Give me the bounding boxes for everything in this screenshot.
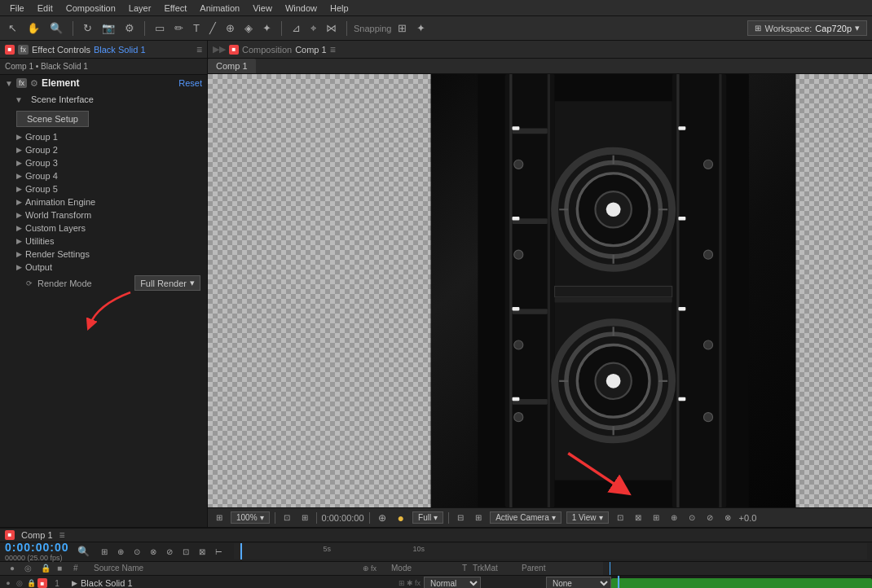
svg-rect-38 xyxy=(554,298,672,303)
menu-edit[interactable]: Edit xyxy=(31,2,59,15)
view-icon1[interactable]: ⊡ xyxy=(614,511,627,524)
animation-engine-label: Animation Engine xyxy=(25,197,95,207)
breadcrumb-text: Comp 1 • Black Solid 1 xyxy=(5,62,88,71)
svg-rect-45 xyxy=(512,307,519,310)
eraser-tool[interactable]: ◈ xyxy=(241,20,256,36)
utilities-item[interactable]: ▶ Utilities xyxy=(10,235,207,248)
comp-tab-comp1[interactable]: Comp 1 xyxy=(208,59,256,73)
text-tool[interactable]: T xyxy=(190,20,203,36)
workspace-dropdown-icon: ▾ xyxy=(855,23,860,33)
menu-window[interactable]: Window xyxy=(279,2,324,15)
tl-icon6[interactable]: ⊡ xyxy=(179,546,192,558)
menu-animation[interactable]: Animation xyxy=(193,2,246,15)
render-settings-item[interactable]: ▶ Render Settings xyxy=(10,248,207,261)
checkerboard-btn[interactable]: ⊞ xyxy=(472,511,485,524)
menu-file[interactable]: File xyxy=(3,2,31,15)
view-icon6[interactable]: ⊘ xyxy=(703,511,716,524)
custom-layers-item[interactable]: ▶ Custom Layers xyxy=(10,222,207,235)
view-icon7[interactable]: ⊗ xyxy=(721,511,734,524)
group4-item[interactable]: ▶ Group 4 xyxy=(10,169,207,182)
world-transform-item[interactable]: ▶ World Transform xyxy=(10,208,207,222)
output-item[interactable]: ▶ Output xyxy=(10,261,207,274)
scene-setup-button[interactable]: Scene Setup xyxy=(16,111,89,127)
camera-dropdown[interactable]: Active Camera ▾ xyxy=(490,511,562,524)
quality-dropdown[interactable]: Full ▾ xyxy=(412,511,443,524)
layer-icon-fx[interactable]: ✱ xyxy=(407,579,413,587)
menu-view[interactable]: View xyxy=(246,2,279,15)
brush-tool[interactable]: ╱ xyxy=(206,20,219,36)
selection-tool[interactable]: ↖ xyxy=(5,20,20,36)
svg-rect-50 xyxy=(678,397,685,401)
svg-rect-48 xyxy=(678,217,685,220)
rect-tool[interactable]: ▭ xyxy=(152,20,168,36)
tl-icon7[interactable]: ⊠ xyxy=(196,546,209,558)
layer-icon-fx2[interactable]: fx xyxy=(415,579,421,587)
zoom-tool[interactable]: 🔍 xyxy=(46,20,66,36)
comp-resize-icon[interactable]: ⊞ xyxy=(213,511,226,524)
menu-layer[interactable]: Layer xyxy=(122,2,158,15)
layer-color-box[interactable]: ■ xyxy=(37,578,47,588)
lock-icon[interactable]: 🔒 xyxy=(26,579,36,587)
tl-icon1[interactable]: ⊞ xyxy=(98,546,111,558)
view-icon5[interactable]: ⊙ xyxy=(685,511,698,524)
tl-icon3[interactable]: ⊙ xyxy=(130,546,143,558)
warp-tool[interactable]: ⋈ xyxy=(323,20,340,36)
visibility-icon[interactable]: ● xyxy=(3,579,13,587)
puppet-tool[interactable]: ✦ xyxy=(259,20,275,36)
plus-value: +0.0 xyxy=(739,513,757,523)
tl-icon2[interactable]: ⊕ xyxy=(114,546,127,558)
group5-item[interactable]: ▶ Group 5 xyxy=(10,182,207,195)
view-dropdown[interactable]: 1 View ▾ xyxy=(566,511,609,524)
svg-rect-3 xyxy=(509,74,550,507)
layer-expand-btn[interactable]: ▶ xyxy=(68,577,81,588)
tl-icon8[interactable]: ⊢ xyxy=(212,546,226,558)
animation-engine-item[interactable]: ▶ Animation Engine xyxy=(10,195,207,208)
composition-view[interactable] xyxy=(208,74,872,507)
reset-button[interactable]: Reset xyxy=(178,78,202,88)
camera-icon-btn[interactable]: ⊕ xyxy=(375,511,390,525)
layer-icon1[interactable]: ⊞ xyxy=(399,579,405,587)
layer-mode-select[interactable]: Normal xyxy=(424,577,481,588)
comp-menu-btn[interactable]: ≡ xyxy=(330,44,336,55)
stamp-tool[interactable]: ⊕ xyxy=(222,20,238,36)
view-icon3[interactable]: ⊞ xyxy=(650,511,663,524)
group4-label: Group 4 xyxy=(25,171,58,181)
magnifier-btn[interactable]: 🔍 xyxy=(74,544,93,559)
hand-tool[interactable]: ✋ xyxy=(24,20,43,36)
solo-icon[interactable]: ◎ xyxy=(15,579,24,587)
tl-icon4[interactable]: ⊗ xyxy=(147,546,160,558)
panel-menu-btn[interactable]: ≡ xyxy=(196,44,202,55)
pin-tool[interactable]: ⊿ xyxy=(288,20,304,36)
timeline-menu-btn[interactable]: ≡ xyxy=(59,529,65,541)
effect-expand-icon[interactable]: ▼ xyxy=(5,79,13,88)
color-picker-btn[interactable]: ● xyxy=(394,510,407,526)
view-icon2[interactable]: ⊠ xyxy=(632,511,645,524)
zoom-chevron: ▾ xyxy=(260,513,264,522)
channel-icon[interactable]: ⊟ xyxy=(454,511,467,524)
settings-tool[interactable]: ⚙ xyxy=(121,20,138,36)
menu-composition[interactable]: Composition xyxy=(59,2,122,15)
timecode-display: 0:00:00:00 xyxy=(322,513,364,523)
layer-controls: ● ◎ 🔒 ■ 1 xyxy=(0,578,68,588)
menu-effect[interactable]: Effect xyxy=(157,2,193,15)
tl-icon5[interactable]: ⊘ xyxy=(163,546,176,558)
timeline-tab-label[interactable]: Comp 1 xyxy=(21,530,53,540)
pen-tool[interactable]: ✏ xyxy=(171,20,187,36)
zoom-dropdown[interactable]: 100% ▾ xyxy=(231,511,270,524)
scene-expand-icon[interactable]: ▼ xyxy=(15,95,23,104)
fit-comp-btn[interactable]: ⊡ xyxy=(280,511,293,524)
snapping-icon2[interactable]: ✦ xyxy=(413,20,429,36)
tracker-tool[interactable]: ⌖ xyxy=(307,20,319,37)
menu-help[interactable]: Help xyxy=(324,2,355,15)
grid-btn[interactable]: ⊞ xyxy=(298,511,311,524)
camera-tool[interactable]: 📷 xyxy=(99,20,118,36)
group3-item[interactable]: ▶ Group 3 xyxy=(10,156,207,169)
group2-item[interactable]: ▶ Group 2 xyxy=(10,143,207,156)
quality-chevron: ▾ xyxy=(434,513,438,522)
rotate-tool[interactable]: ↻ xyxy=(80,20,95,36)
layer-parent-select[interactable]: None xyxy=(546,577,611,588)
snapping-icon1[interactable]: ⊞ xyxy=(394,20,410,36)
view-icon4[interactable]: ⊕ xyxy=(667,511,680,524)
workspace-selector[interactable]: ⊞ Workspace: Cap720p ▾ xyxy=(747,20,867,36)
group1-item[interactable]: ▶ Group 1 xyxy=(10,130,207,143)
